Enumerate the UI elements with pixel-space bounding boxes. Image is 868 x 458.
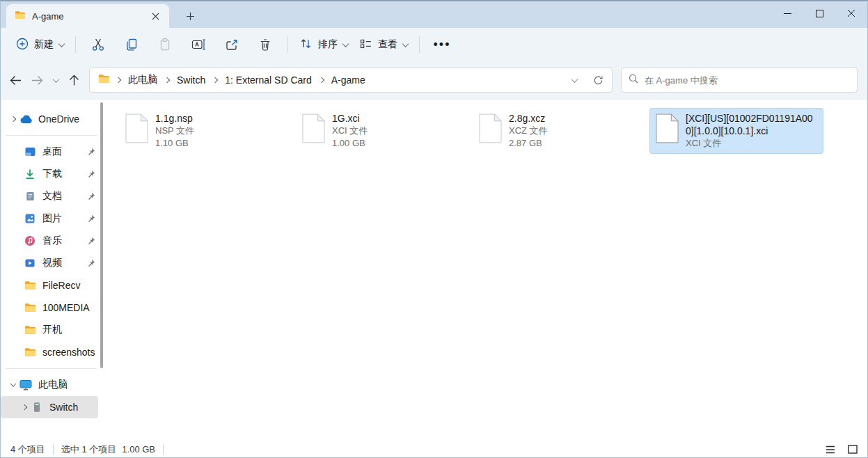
sort-button-label: 排序	[318, 38, 338, 51]
sidebar-item-desktop[interactable]: 桌面	[1, 141, 105, 163]
details-view-toggle[interactable]	[823, 443, 838, 457]
pin-icon[interactable]	[87, 191, 95, 203]
breadcrumb-separator	[318, 77, 324, 83]
sidebar-item-100media[interactable]: 100MEDIA	[1, 297, 105, 319]
forward-button[interactable]	[26, 69, 48, 91]
file-tile-xci-selected[interactable]: [XCI][US][01002FD01191A000][1.0.0][10.0.…	[649, 108, 823, 154]
file-type: XCI 文件	[686, 137, 817, 150]
status-bar: 4 个项目 选中 1 个项目 1.00 GB	[1, 441, 867, 457]
breadcrumb-sd-card[interactable]: 1: External SD Card	[223, 72, 313, 88]
selection-count: 选中 1 个项目	[61, 443, 116, 456]
minimize-button[interactable]	[771, 1, 803, 25]
sidebar-item-switch-drive[interactable]: Switch	[1, 396, 98, 418]
refresh-button[interactable]	[588, 70, 608, 90]
breadcrumb-this-pc[interactable]: 此电脑	[127, 72, 159, 88]
large-icons-view-toggle[interactable]	[845, 443, 860, 457]
file-size: 2.87 GB	[509, 137, 548, 150]
plus-circle-icon	[16, 38, 29, 52]
breadcrumb-separator	[164, 77, 170, 83]
file-size: 1.00 GB	[332, 137, 368, 150]
item-count: 4 个项目	[10, 443, 45, 456]
sidebar-item-this-pc[interactable]: 此电脑	[1, 374, 105, 396]
ellipsis-icon: •••	[434, 41, 451, 48]
file-name: 1.1g.nsp	[155, 112, 194, 125]
copy-icon	[125, 38, 139, 52]
recent-locations-button[interactable]	[48, 69, 63, 91]
pictures-icon	[23, 213, 37, 224]
maximize-button[interactable]	[803, 1, 835, 25]
sidebar-item-boot[interactable]: 开机	[1, 319, 105, 341]
folder-icon	[23, 325, 37, 335]
sidebar-item-screenshots[interactable]: screenshots	[1, 341, 105, 363]
pin-icon[interactable]	[87, 214, 95, 225]
sidebar-item-filerecv[interactable]: FileRecv	[1, 274, 105, 297]
new-button[interactable]: 新建	[10, 33, 70, 56]
file-type: XCI 文件	[332, 125, 368, 137]
chevron-down-icon[interactable]	[8, 383, 19, 387]
pin-icon[interactable]	[87, 169, 95, 180]
file-icon	[479, 113, 502, 150]
paste-button	[148, 32, 182, 57]
content-area: OneDrive 桌面 下载	[1, 99, 867, 441]
chevron-right-icon[interactable]	[8, 117, 19, 121]
sidebar-item-documents[interactable]: 文档	[1, 185, 105, 207]
file-icon	[302, 113, 325, 150]
chevron-down-icon	[58, 40, 65, 47]
navigation-pane: OneDrive 桌面 下载	[1, 100, 105, 441]
close-button[interactable]	[835, 1, 867, 25]
sidebar-item-music[interactable]: 音乐	[1, 230, 105, 252]
file-tile-nsp[interactable]: 1.1g.nsp NSP 文件 1.10 GB	[119, 108, 293, 154]
back-button[interactable]	[5, 69, 26, 91]
sidebar-scrollbar[interactable]	[100, 102, 103, 368]
address-dropdown-button[interactable]	[565, 70, 584, 90]
breadcrumb-a-game[interactable]: A-game	[330, 72, 367, 88]
copy-button[interactable]	[115, 32, 148, 57]
address-bar[interactable]: 此电脑 Switch 1: External SD Card A-game	[89, 68, 613, 93]
sidebar-item-pictures[interactable]: 图片	[1, 207, 105, 230]
more-options-button[interactable]: •••	[425, 32, 459, 57]
up-button[interactable]	[63, 69, 85, 91]
file-icon	[125, 113, 148, 150]
view-button[interactable]: 查看	[354, 34, 413, 56]
pin-icon[interactable]	[87, 236, 95, 247]
command-toolbar: 新建 排序	[1, 28, 867, 61]
file-type: XCZ 文件	[509, 125, 548, 137]
pin-icon[interactable]	[87, 258, 95, 269]
file-name: 2.8g.xcz	[509, 112, 548, 125]
search-icon	[629, 74, 638, 86]
folder-icon	[23, 347, 37, 357]
chevron-right-icon[interactable]	[19, 405, 30, 409]
sidebar-item-downloads[interactable]: 下载	[1, 163, 105, 185]
rename-button[interactable]	[182, 32, 215, 57]
this-pc-icon	[19, 379, 33, 390]
file-name: [XCI][US][01002FD01191A000][1.0.0][10.0.…	[686, 112, 817, 137]
sort-button[interactable]: 排序	[294, 33, 354, 56]
chevron-down-icon	[571, 76, 578, 83]
rename-icon	[191, 38, 206, 52]
search-input[interactable]	[645, 75, 850, 86]
new-tab-button[interactable]	[180, 6, 200, 26]
file-tile-xcz[interactable]: 2.8g.xcz XCZ 文件 2.87 GB	[473, 108, 647, 154]
delete-button[interactable]	[248, 32, 282, 57]
breadcrumb-switch[interactable]: Switch	[175, 72, 207, 88]
cut-button[interactable]	[81, 32, 115, 57]
tab-a-game[interactable]: A-game	[6, 4, 169, 28]
videos-icon	[23, 258, 37, 269]
download-icon	[23, 168, 37, 180]
sidebar-item-onedrive[interactable]: OneDrive	[1, 108, 105, 130]
pin-icon[interactable]	[87, 147, 95, 158]
window-controls	[771, 1, 867, 28]
view-button-label: 查看	[378, 38, 397, 51]
music-icon	[23, 235, 37, 246]
chevron-down-icon	[52, 76, 59, 83]
tab-close-icon[interactable]	[147, 8, 164, 24]
file-type: NSP 文件	[155, 125, 194, 137]
sidebar-divider	[6, 368, 97, 369]
list-lines-icon	[826, 445, 835, 454]
drive-device-icon	[30, 402, 44, 413]
sidebar-item-videos[interactable]: 视频	[1, 252, 105, 274]
file-tile-1g-xci[interactable]: 1G.xci XCI 文件 1.00 GB	[296, 108, 470, 154]
breadcrumb-separator	[212, 77, 218, 83]
folder-icon	[98, 74, 110, 86]
share-button[interactable]	[215, 32, 248, 57]
